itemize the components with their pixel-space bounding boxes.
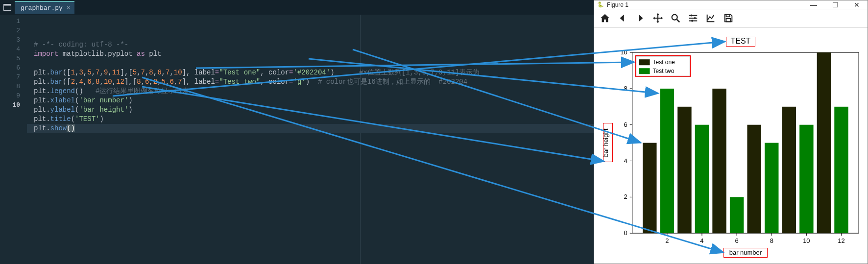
panel-icon bbox=[0, 4, 15, 11]
file-tab[interactable]: graphbar.py × bbox=[15, 1, 74, 14]
editor-tabs: graphbar.py × bbox=[0, 0, 594, 15]
svg-rect-37 bbox=[747, 124, 761, 233]
svg-rect-41 bbox=[695, 124, 709, 233]
svg-text:bar height: bar height bbox=[602, 128, 609, 157]
svg-text:6: 6 bbox=[735, 237, 739, 244]
code-text[interactable]: # -*- coding: utf-8 -*-import matplotlib… bbox=[27, 15, 594, 264]
code-line[interactable]: plt.legend() #运行结果里图例名称显示出来 bbox=[27, 87, 594, 96]
code-line[interactable]: plt.title('TEST') bbox=[27, 115, 594, 124]
svg-rect-44 bbox=[799, 124, 813, 233]
svg-rect-52 bbox=[639, 68, 650, 74]
svg-text:bar number: bar number bbox=[729, 249, 762, 256]
svg-point-2 bbox=[672, 15, 677, 20]
window-titlebar[interactable]: 🐍 Figure 1 — ☐ ✕ bbox=[594, 0, 868, 9]
minimize-button[interactable]: — bbox=[803, 0, 824, 9]
svg-rect-42 bbox=[730, 197, 744, 233]
forward-icon[interactable] bbox=[632, 10, 648, 26]
svg-rect-34 bbox=[643, 143, 656, 233]
svg-text:Test one: Test one bbox=[653, 59, 675, 66]
code-line[interactable]: import matplotlib.pyplot as plt bbox=[27, 49, 594, 59]
code-line[interactable]: plt.show() bbox=[27, 124, 594, 133]
svg-text:TEST: TEST bbox=[731, 37, 751, 45]
svg-rect-39 bbox=[817, 52, 831, 233]
svg-text:6: 6 bbox=[624, 120, 627, 128]
svg-point-6 bbox=[691, 20, 693, 22]
svg-line-3 bbox=[677, 20, 680, 23]
svg-text:10: 10 bbox=[803, 237, 810, 244]
svg-rect-45 bbox=[834, 107, 848, 233]
axes-icon[interactable] bbox=[703, 10, 719, 26]
svg-rect-36 bbox=[712, 89, 726, 233]
svg-rect-50 bbox=[639, 59, 650, 65]
svg-text:Test two: Test two bbox=[653, 68, 675, 74]
window-title: Figure 1 bbox=[607, 1, 628, 8]
back-icon[interactable] bbox=[615, 10, 630, 26]
svg-rect-38 bbox=[782, 107, 796, 233]
svg-text:10: 10 bbox=[620, 48, 627, 56]
svg-text:2: 2 bbox=[665, 237, 669, 244]
svg-text:12: 12 bbox=[838, 237, 844, 244]
tab-filename: graphbar.py bbox=[21, 4, 63, 12]
svg-text:2: 2 bbox=[624, 193, 627, 200]
code-line[interactable] bbox=[27, 59, 594, 68]
svg-rect-43 bbox=[765, 143, 778, 233]
line-gutter: 12345678910 bbox=[0, 15, 27, 264]
save-icon[interactable] bbox=[721, 10, 736, 26]
mpl-toolbar bbox=[594, 9, 868, 28]
code-editor: graphbar.py × 12345678910 # -*- coding: … bbox=[0, 0, 594, 264]
code-line[interactable]: plt.bar([2,4,6,8,10,12],[8,6,2,5,6,7], l… bbox=[27, 77, 594, 87]
code-line[interactable]: plt.bar([1,3,5,7,9,11],[5,7,8,6,7,10], l… bbox=[27, 68, 594, 77]
maximize-button[interactable]: ☐ bbox=[824, 0, 846, 9]
svg-text:0: 0 bbox=[624, 229, 627, 237]
figure-window: 🐍 Figure 1 — ☐ ✕ 024681024681012TESTbar … bbox=[594, 0, 868, 264]
svg-text:4: 4 bbox=[624, 157, 627, 164]
app-icon: 🐍 bbox=[597, 1, 604, 8]
close-icon[interactable]: × bbox=[67, 4, 71, 12]
code-line[interactable]: plt.xlabel('bar number') bbox=[27, 96, 594, 105]
code-area[interactable]: 12345678910 # -*- coding: utf-8 -*-impor… bbox=[0, 15, 594, 264]
configure-icon[interactable] bbox=[685, 10, 701, 26]
svg-rect-8 bbox=[726, 19, 730, 22]
close-button[interactable]: ✕ bbox=[846, 0, 868, 9]
pan-icon[interactable] bbox=[650, 10, 666, 26]
plot-canvas[interactable]: 024681024681012TESTbar numberbar heightT… bbox=[594, 28, 868, 264]
svg-point-4 bbox=[690, 15, 692, 17]
code-line[interactable]: # -*- coding: utf-8 -*- bbox=[27, 40, 594, 49]
svg-text:8: 8 bbox=[770, 237, 773, 244]
svg-rect-40 bbox=[660, 89, 674, 233]
svg-text:8: 8 bbox=[624, 85, 627, 92]
svg-rect-35 bbox=[677, 107, 691, 233]
svg-rect-7 bbox=[726, 15, 729, 17]
zoom-icon[interactable] bbox=[668, 10, 683, 26]
home-icon[interactable] bbox=[597, 10, 613, 26]
svg-rect-1 bbox=[4, 4, 11, 6]
svg-text:4: 4 bbox=[700, 237, 703, 244]
svg-point-5 bbox=[694, 17, 696, 19]
code-line[interactable]: plt.ylabel('bar height') bbox=[27, 105, 594, 115]
